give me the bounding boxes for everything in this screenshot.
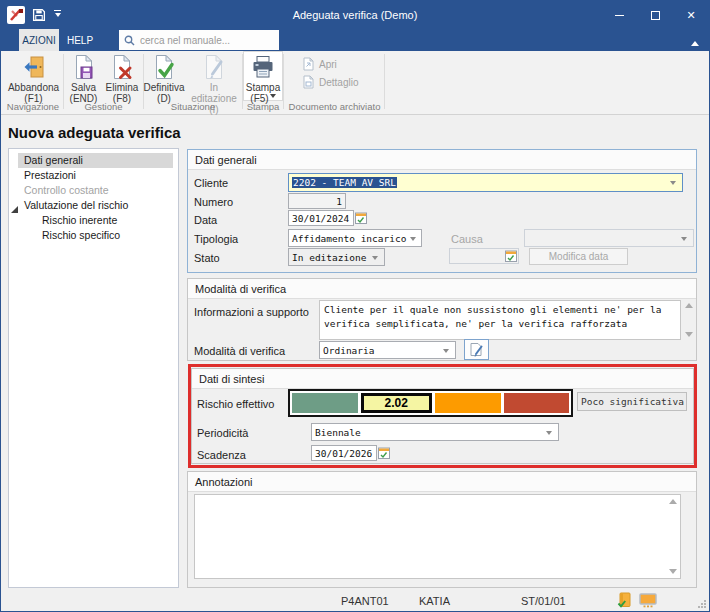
collapse-ribbon-icon[interactable]	[691, 37, 699, 46]
rischio-effettivo-label: Rischio effettivo	[197, 398, 274, 410]
maximize-button[interactable]	[637, 1, 673, 29]
manual-search-box[interactable]	[119, 30, 279, 50]
tree-expand-icon[interactable]	[11, 206, 18, 213]
periodicita-dropdown[interactable]: Biennale	[311, 423, 559, 441]
ribbon-tab-row: AZIONI HELP	[1, 29, 709, 51]
cliente-chevron-down-icon[interactable]	[666, 174, 679, 191]
minimize-icon	[615, 15, 624, 16]
rischio-level-value: Poco significativa	[581, 396, 684, 407]
scadenza-calendar-icon[interactable]	[378, 447, 390, 459]
status-monitor-icon[interactable]	[639, 593, 657, 608]
elimina-button[interactable]: Elimina (F8)	[102, 53, 142, 101]
numero-field[interactable]: 1	[288, 193, 346, 209]
informazioni-scrollbar[interactable]	[683, 301, 695, 339]
informazioni-supporto-textarea[interactable]: Cliente per il quale non sussistono gli …	[319, 300, 681, 340]
exit-door-icon	[21, 54, 47, 80]
definitiva-button[interactable]: Definitiva (D)	[142, 53, 186, 101]
stato-calendar-icon[interactable]	[505, 250, 517, 262]
detail-document-icon	[302, 75, 315, 89]
group-label-documento-archiviato: Documento archiviato	[285, 101, 384, 113]
abbandona-button[interactable]: Abbandona (F1)	[4, 53, 63, 101]
stato-value: In editazione	[292, 252, 366, 263]
rischio-level-chevron-down-icon	[684, 393, 687, 410]
modalita-verifica-label: Modalità di verifica	[194, 345, 285, 357]
elimina-label: Elimina	[102, 82, 142, 93]
resize-grip[interactable]	[698, 600, 706, 608]
status-code: ST/01/01	[521, 595, 566, 607]
definitiva-label: Definitiva	[142, 82, 186, 93]
tree-item-prestazioni[interactable]: Prestazioni	[18, 168, 173, 183]
scadenza-value: 30/01/2026	[315, 448, 372, 459]
scroll-up-icon[interactable]	[669, 499, 677, 504]
periodicita-chevron-down-icon[interactable]	[542, 424, 555, 440]
stampa-dropdown-icon[interactable]	[270, 94, 276, 101]
annotazioni-scrollbar[interactable]	[667, 497, 679, 576]
cliente-combobox[interactable]: 2202 - TEAM AV SRL	[288, 173, 683, 192]
tipologia-value: Affidamento incarico	[292, 233, 406, 244]
section-modalita-title: Modalità di verifica	[188, 279, 696, 299]
risk-segment-3	[504, 393, 570, 413]
stampa-button[interactable]: Stampa (F5)	[244, 52, 282, 100]
search-icon	[124, 35, 135, 46]
data-value: 30/01/2024	[292, 213, 349, 224]
stato-dropdown[interactable]: In editazione	[288, 248, 385, 266]
modalita-chevron-down-icon[interactable]	[439, 342, 452, 358]
informazioni-supporto-label: Informazioni a supporto	[194, 306, 309, 318]
editing-pencil-page-icon	[202, 54, 226, 80]
abbandona-label: Abbandona	[4, 82, 63, 93]
stato-chevron-down-icon[interactable]	[368, 249, 381, 265]
navigation-tree: Dati generali Prestazioni Controllo cost…	[8, 148, 179, 588]
modifica-data-label: Modifica data	[549, 251, 608, 262]
risk-segment-0	[292, 393, 358, 413]
scroll-down-icon[interactable]	[669, 569, 677, 574]
tree-item-rischio-specifico[interactable]: Rischio specifico	[18, 228, 173, 243]
cliente-label: Cliente	[194, 177, 228, 189]
data-calendar-icon[interactable]	[355, 212, 367, 224]
salva-button[interactable]: Salva (END)	[65, 53, 102, 101]
tipologia-dropdown[interactable]: Affidamento incarico	[288, 229, 422, 247]
app-window: Adeguata verifica (Demo) ✕ AZIONI HELP	[0, 0, 710, 612]
causa-chevron-down-icon	[677, 230, 690, 246]
apri-button: Apri	[302, 57, 337, 71]
scroll-down-icon[interactable]	[685, 332, 693, 337]
group-label-gestione: Gestione	[64, 101, 143, 113]
data-label: Data	[194, 214, 217, 226]
close-icon: ✕	[686, 9, 695, 22]
modalita-edit-button[interactable]	[464, 339, 489, 360]
minimize-button[interactable]	[601, 1, 637, 29]
edit-pencil-icon	[469, 342, 484, 357]
group-label-stampa: Stampa	[243, 101, 283, 113]
printer-icon	[250, 54, 276, 80]
ribbon-separator	[384, 54, 385, 109]
data-field[interactable]: 30/01/2024	[288, 210, 354, 226]
modalita-verifica-value: Ordinaria	[323, 345, 374, 356]
status-terminal: P4ANT01	[341, 595, 389, 607]
tab-azioni[interactable]: AZIONI	[19, 29, 59, 51]
tree-item-dati-generali[interactable]: Dati generali	[18, 153, 173, 168]
tree-item-valutazione-del-rischio[interactable]: Valutazione del rischio	[18, 198, 173, 213]
stato-label: Stato	[194, 252, 220, 264]
delete-page-icon	[110, 54, 134, 80]
close-button[interactable]: ✕	[673, 1, 709, 29]
causa-label: Causa	[451, 233, 483, 245]
open-document-icon	[302, 57, 315, 71]
save-page-icon	[72, 54, 96, 80]
group-label-navigazione: Navigazione	[3, 101, 63, 113]
section-sintesi-title: Dati di sintesi	[192, 369, 693, 389]
tab-help[interactable]: HELP	[59, 29, 101, 51]
dettaglio-label: Dettaglio	[319, 77, 358, 88]
apri-label: Apri	[319, 59, 337, 70]
tipologia-chevron-down-icon[interactable]	[406, 230, 419, 246]
modalita-verifica-dropdown[interactable]: Ordinaria	[319, 341, 456, 359]
status-document-check-icon[interactable]	[617, 592, 632, 609]
periodicita-value: Biennale	[315, 427, 361, 438]
tree-item-controllo-costante: Controllo costante	[18, 183, 173, 198]
annotazioni-textarea[interactable]	[194, 494, 681, 579]
search-input[interactable]	[140, 35, 268, 46]
scadenza-label: Scadenza	[197, 449, 246, 461]
tree-item-rischio-inerente[interactable]: Rischio inerente	[18, 213, 173, 228]
scroll-up-icon[interactable]	[685, 303, 693, 308]
scadenza-field[interactable]: 30/01/2026	[311, 445, 377, 461]
rischio-level-dropdown: Poco significativa	[577, 392, 687, 411]
periodicita-label: Periodicità	[197, 427, 248, 439]
